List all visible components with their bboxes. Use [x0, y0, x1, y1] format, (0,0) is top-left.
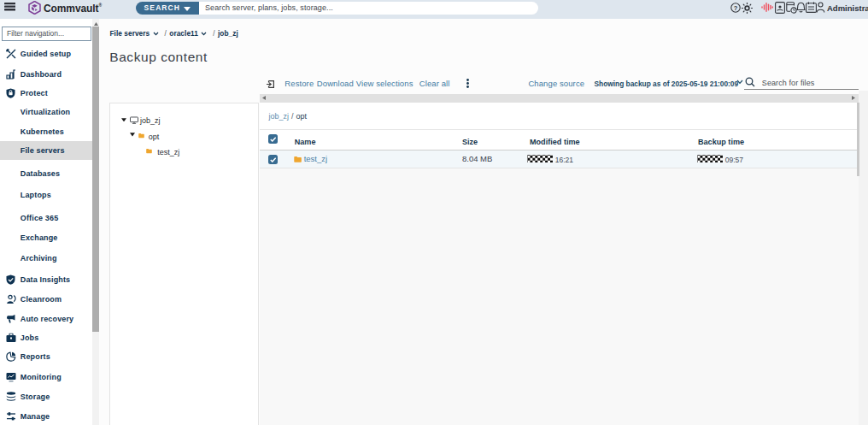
svg-text:?: ?	[734, 4, 738, 12]
